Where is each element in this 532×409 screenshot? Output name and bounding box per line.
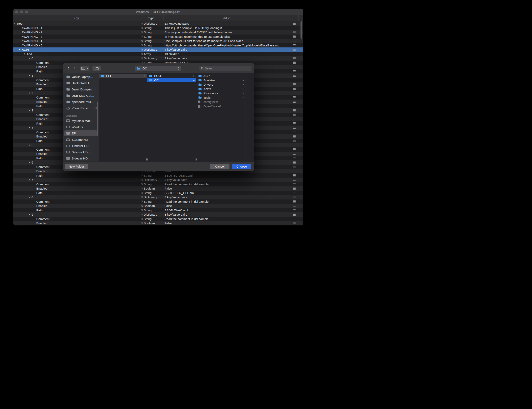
browser-item-acpi[interactable]: ACPI ▸ <box>196 74 245 78</box>
table-row[interactable]: Enabled ⇅ Boolean False <box>13 204 303 208</box>
type-stepper-icon[interactable]: ⇅ <box>141 204 144 207</box>
type-stepper-icon[interactable]: ⇅ <box>141 44 144 47</box>
browser-item-drivers[interactable]: Drivers ▸ <box>196 82 245 87</box>
table-row[interactable]: #WARNING - 1 ⇅ String This is just a sam… <box>13 26 303 30</box>
row-menu-icon[interactable] <box>293 192 296 194</box>
disclosure-triangle-icon[interactable]: ▼ <box>28 57 31 59</box>
table-row[interactable]: Enabled ⇅ Boolean False <box>13 186 303 191</box>
forward-button[interactable] <box>72 66 77 71</box>
disclosure-triangle-icon[interactable]: ▼ <box>14 23 17 25</box>
back-button[interactable] <box>66 66 71 71</box>
row-menu-icon[interactable] <box>293 57 296 59</box>
browser-item-efi[interactable]: EFI ▸ <box>99 74 147 78</box>
row-menu-icon[interactable] <box>293 170 296 172</box>
type-stepper-icon[interactable]: ⇅ <box>141 183 144 186</box>
row-menu-icon[interactable] <box>293 122 296 124</box>
table-row[interactable]: ▼ Root ⇅ Dictionary 13 key/value pairs <box>13 21 303 26</box>
row-menu-icon[interactable] <box>293 144 296 146</box>
browser-item-boot[interactable]: BOOT ▸ <box>147 74 196 78</box>
row-menu-icon[interactable] <box>293 27 296 29</box>
titlebar[interactable]: /Volumes/EFI/EFI/OC/config.plist <box>13 9 303 15</box>
row-menu-icon[interactable] <box>293 23 296 25</box>
row-menu-icon[interactable] <box>293 148 296 150</box>
sidebar-item-winders[interactable]: Winders <box>63 124 99 130</box>
minimize-button[interactable] <box>20 10 23 13</box>
browser-item-oc[interactable]: OC ▸ <box>147 78 196 83</box>
row-menu-icon[interactable] <box>293 166 296 168</box>
search-input[interactable] <box>205 67 250 70</box>
table-row[interactable]: Path ⇅ String SSDT-AWAC.aml <box>13 208 303 213</box>
table-row[interactable]: #WARNING - 3 ⇅ String In most cases reco… <box>13 35 303 39</box>
row-menu-icon[interactable] <box>293 222 296 224</box>
row-menu-icon[interactable] <box>293 153 296 155</box>
sidebar-item-efi[interactable]: EFI <box>63 130 99 137</box>
sidebar-item-sidecar-hd-[interactable]: Sidecar HD -… <box>63 149 99 155</box>
type-stepper-icon[interactable]: ⇅ <box>141 57 144 60</box>
type-stepper-icon[interactable]: ⇅ <box>141 22 144 25</box>
type-stepper-icon[interactable]: ⇅ <box>141 174 144 177</box>
sidebar-item-vanilla-laptop-[interactable]: vanilla-laptop… <box>63 74 99 80</box>
type-stepper-icon[interactable]: ⇅ <box>141 31 144 34</box>
disclosure-triangle-icon[interactable]: ▼ <box>28 144 31 146</box>
path-popup-button[interactable]: OC <box>135 66 181 71</box>
row-menu-icon[interactable] <box>293 36 296 37</box>
type-stepper-icon[interactable]: ⇅ <box>141 27 144 29</box>
row-menu-icon[interactable] <box>293 66 296 68</box>
search-field[interactable] <box>199 65 251 71</box>
type-stepper-icon[interactable]: ⇅ <box>141 35 144 38</box>
row-menu-icon[interactable] <box>293 131 296 133</box>
table-row[interactable]: Comment ⇅ String Read the comment in dsl… <box>13 182 303 186</box>
table-row[interactable]: ▼ ACPI ⇅ Dictionary 4 key/value pairs <box>13 47 303 52</box>
table-row[interactable]: Path ⇅ String SSDT-EC-USBX.aml <box>13 173 303 178</box>
close-button[interactable] <box>15 10 18 13</box>
column-header-type[interactable]: Type <box>139 15 164 21</box>
type-stepper-icon[interactable]: ⇅ <box>141 187 144 190</box>
row-menu-icon[interactable] <box>293 218 296 220</box>
disclosure-triangle-icon[interactable]: ▼ <box>28 161 31 164</box>
type-stepper-icon[interactable]: ⇅ <box>141 48 144 51</box>
choose-button[interactable]: Choose <box>232 164 251 169</box>
table-row[interactable]: Path ⇅ String SSDT-EHCx_OFF.aml <box>13 191 303 195</box>
sidebar-item-mykola-s-mac-[interactable]: Mykola’s Mac… <box>63 118 99 124</box>
table-row[interactable]: ▼ 0 ⇅ Dictionary 3 key/value pairs <box>13 56 303 61</box>
row-menu-icon[interactable] <box>293 179 296 181</box>
row-menu-icon[interactable] <box>293 174 296 177</box>
cancel-button[interactable]: Cancel <box>210 164 229 169</box>
row-menu-icon[interactable] <box>293 196 296 198</box>
disclosure-triangle-icon[interactable]: ▼ <box>28 214 31 216</box>
zoom-button[interactable] <box>25 10 28 13</box>
row-menu-icon[interactable] <box>293 105 296 107</box>
row-menu-icon[interactable] <box>293 44 296 46</box>
sidebar-item-hackintosh-fil-[interactable]: Hackintosh fil… <box>63 80 99 86</box>
browser-item-opencore-efi[interactable]: OpenCore.efi <box>196 104 245 109</box>
table-row[interactable]: Comment ⇅ String Read the comment in dsl… <box>13 199 303 204</box>
row-menu-icon[interactable] <box>293 62 296 64</box>
disclosure-triangle-icon[interactable]: ▼ <box>18 49 22 51</box>
disclosure-triangle-icon[interactable]: ▼ <box>28 179 31 181</box>
sidebar-item-icloud-drive[interactable]: iCloud Drive <box>63 105 99 111</box>
type-stepper-icon[interactable]: ⇅ <box>141 178 144 181</box>
row-menu-icon[interactable] <box>293 209 296 211</box>
table-row[interactable]: Enabled ⇅ Boolean False <box>13 221 303 225</box>
sidebar-scrollbar[interactable] <box>97 102 98 136</box>
row-menu-icon[interactable] <box>293 70 296 72</box>
row-menu-icon[interactable] <box>293 200 296 203</box>
disclosure-triangle-icon[interactable]: ▼ <box>28 109 31 112</box>
row-menu-icon[interactable] <box>293 88 296 90</box>
row-menu-icon[interactable] <box>293 49 296 51</box>
disclosure-triangle-icon[interactable]: ▼ <box>28 92 31 94</box>
type-stepper-icon[interactable]: ⇅ <box>141 40 144 42</box>
browser-item-tools[interactable]: Tools ▸ <box>196 95 245 100</box>
row-menu-icon[interactable] <box>293 135 296 138</box>
column-view-button[interactable] <box>80 66 89 71</box>
row-menu-icon[interactable] <box>293 127 296 129</box>
row-menu-icon[interactable] <box>293 75 296 77</box>
row-menu-icon[interactable] <box>293 114 296 116</box>
new-folder-button[interactable]: New Folder <box>65 164 88 169</box>
type-stepper-icon[interactable]: ⇅ <box>141 196 144 199</box>
table-row[interactable]: ▼ 9 ⇅ Dictionary 3 key/value pairs <box>13 212 303 217</box>
table-row[interactable]: ▼ 8 ⇅ Dictionary 3 key/value pairs <box>13 195 303 199</box>
disclosure-triangle-icon[interactable]: ▼ <box>23 53 27 55</box>
table-row[interactable]: ▼ 7 ⇅ Dictionary 3 key/value pairs <box>13 178 303 182</box>
row-menu-icon[interactable] <box>293 31 296 33</box>
